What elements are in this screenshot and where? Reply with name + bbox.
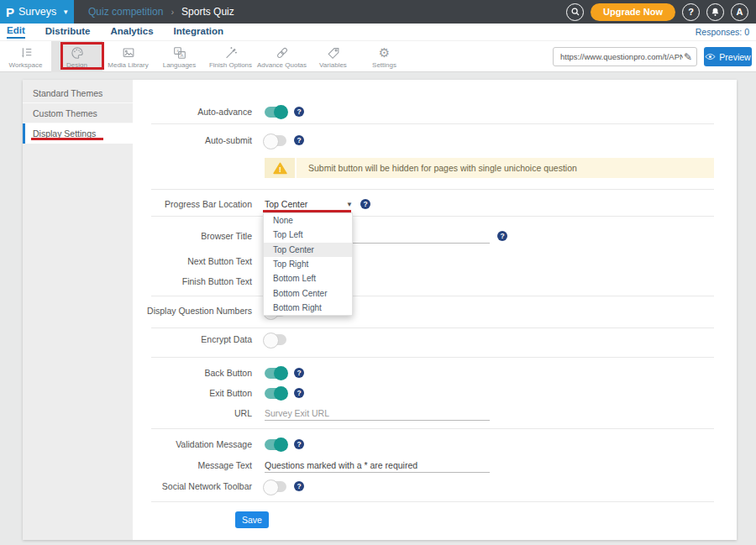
back-button-label: Back Button — [133, 368, 252, 378]
display-settings-panel: Auto-advance ? Auto-submit ? ! Submi — [133, 80, 737, 540]
encrypt-data-row: Encrypt Data — [133, 329, 737, 349]
survey-nav: Edit Distribute Analytics Integration Re… — [0, 24, 756, 40]
encrypt-data-toggle[interactable] — [265, 334, 286, 345]
option-none[interactable]: None — [264, 213, 352, 228]
tab-distribute[interactable]: Distribute — [45, 26, 91, 38]
option-bottom-right[interactable]: Bottom Right — [264, 301, 352, 315]
surveys-menu[interactable]: P Surveys ▼ — [0, 0, 74, 24]
toolbar-item-languages[interactable]: x A Languages — [154, 41, 205, 72]
social-network-toolbar-label: Social Network Toolbar — [133, 481, 252, 491]
browser-title-label: Browser Title — [133, 231, 252, 241]
auto-submit-row: Auto-submit ? — [133, 130, 737, 150]
social-network-toolbar-row: Social Network Toolbar ? — [133, 476, 737, 496]
search-button[interactable] — [566, 3, 584, 21]
progress-bar-location-select[interactable]: Top Center ▼ — [265, 199, 353, 209]
toolbar-item-advance-quotas[interactable]: Advance Quotas — [256, 41, 307, 72]
svg-text:x: x — [176, 48, 179, 53]
sidebar-item-display-settings[interactable]: Display Settings — [23, 123, 133, 144]
avatar[interactable]: A — [731, 3, 748, 21]
save-button[interactable]: Save — [235, 511, 269, 528]
auto-advance-label: Auto-advance — [133, 107, 252, 117]
option-top-right[interactable]: Top Right — [264, 257, 352, 271]
svg-text:A: A — [180, 52, 183, 57]
chevron-down-icon: ▼ — [346, 201, 353, 208]
divider — [151, 328, 714, 328]
sidebar-item-standard-themes[interactable]: Standard Themes — [23, 83, 133, 103]
preview-button[interactable]: Preview — [704, 47, 752, 66]
help-icon[interactable]: ? — [294, 107, 304, 117]
toolbar-item-label: Variables — [319, 61, 347, 69]
design-settings-card: Standard Themes Custom Themes Display Se… — [23, 80, 737, 540]
help-icon[interactable]: ? — [294, 368, 304, 378]
tab-edit[interactable]: Edit — [7, 25, 25, 39]
progress-bar-location-label: Progress Bar Location — [133, 199, 252, 209]
auto-advance-toggle[interactable] — [265, 107, 286, 118]
exit-url-input[interactable] — [265, 406, 490, 421]
divider — [151, 123, 714, 124]
gear-icon: ⚙ — [379, 45, 390, 60]
help-icon[interactable]: ? — [497, 231, 507, 241]
tab-integration[interactable]: Integration — [174, 26, 223, 38]
back-button-row: Back Button ? — [133, 363, 737, 383]
toolbar-item-workspace[interactable]: Workspace — [0, 41, 51, 72]
progress-bar-location-row: Progress Bar Location Top Center ▼ ? — [133, 194, 737, 214]
finish-button-text-row: Finish Button Text — [133, 271, 737, 291]
breadcrumb-folder[interactable]: Quiz competition — [88, 6, 163, 18]
toolbar-item-label: Languages — [163, 61, 197, 69]
next-button-text-row: Next Button Text — [133, 251, 737, 271]
divider — [151, 296, 714, 296]
responses-count[interactable]: Responses: 0 — [696, 27, 749, 37]
edit-toolbar: Workspace Design Media Library x A Langu… — [0, 40, 756, 72]
next-button-text-label: Next Button Text — [133, 256, 252, 266]
survey-url-box[interactable]: https://www.questionpro.com/t/APNrFZ ✎ — [553, 47, 697, 66]
warning-text: Submit button will be hidden for pages w… — [297, 158, 577, 178]
help-icon[interactable]: ? — [294, 481, 304, 491]
toolbar-item-design[interactable]: Design — [51, 41, 102, 72]
warning-icon: ! — [273, 162, 287, 175]
help-icon[interactable]: ? — [294, 439, 304, 449]
exit-button-row: Exit Button ? — [133, 383, 737, 403]
exit-url-row: URL — [133, 403, 737, 423]
option-top-center[interactable]: Top Center — [264, 243, 352, 257]
toolbar-item-label: Workspace — [9, 61, 43, 69]
back-button-toggle[interactable] — [265, 368, 286, 379]
option-bottom-center[interactable]: Bottom Center — [264, 286, 352, 300]
tab-analytics[interactable]: Analytics — [110, 26, 153, 38]
auto-advance-row: Auto-advance ? — [133, 102, 737, 122]
questionpro-logo: P — [6, 6, 14, 18]
translate-icon: x A — [172, 45, 187, 60]
notifications-button[interactable] — [706, 3, 724, 21]
toolbar-item-label: Media Library — [108, 61, 148, 69]
message-text-input[interactable] — [265, 459, 490, 473]
help-icon[interactable]: ? — [294, 135, 304, 145]
edit-url-icon[interactable]: ✎ — [684, 51, 692, 63]
help-icon[interactable]: ? — [360, 199, 370, 209]
toolbar-item-finish-options[interactable]: Finish Options — [205, 41, 256, 72]
help-button[interactable]: ? — [682, 3, 700, 21]
divider — [151, 189, 714, 190]
validation-message-toggle[interactable] — [265, 439, 286, 450]
divider — [151, 357, 714, 358]
selected-value: Top Center — [265, 199, 307, 209]
validation-message-label: Validation Message — [133, 439, 252, 449]
option-bottom-left[interactable]: Bottom Left — [264, 271, 352, 286]
upgrade-now-button[interactable]: Upgrade Now — [591, 3, 675, 21]
auto-submit-toggle[interactable] — [265, 135, 286, 146]
toolbar-item-variables[interactable]: Variables — [307, 41, 359, 72]
image-icon — [121, 45, 136, 60]
preview-label: Preview — [719, 52, 750, 62]
toolbar-item-media-library[interactable]: Media Library — [102, 41, 154, 72]
sidebar-item-custom-themes[interactable]: Custom Themes — [23, 103, 133, 123]
workspace-icon — [18, 45, 34, 60]
option-top-left[interactable]: Top Left — [264, 228, 352, 242]
toolbar-item-label: Settings — [372, 61, 396, 69]
toolbar-item-settings[interactable]: ⚙ Settings — [359, 41, 410, 72]
topbar-actions: Upgrade Now ? A — [566, 3, 748, 21]
product-name: Surveys — [18, 6, 56, 18]
magic-wand-icon — [223, 45, 239, 60]
help-icon[interactable]: ? — [294, 388, 304, 398]
exit-button-toggle[interactable] — [265, 388, 286, 399]
auto-submit-label: Auto-submit — [133, 135, 252, 145]
eye-icon — [705, 53, 716, 60]
social-network-toolbar-toggle[interactable] — [265, 481, 286, 492]
